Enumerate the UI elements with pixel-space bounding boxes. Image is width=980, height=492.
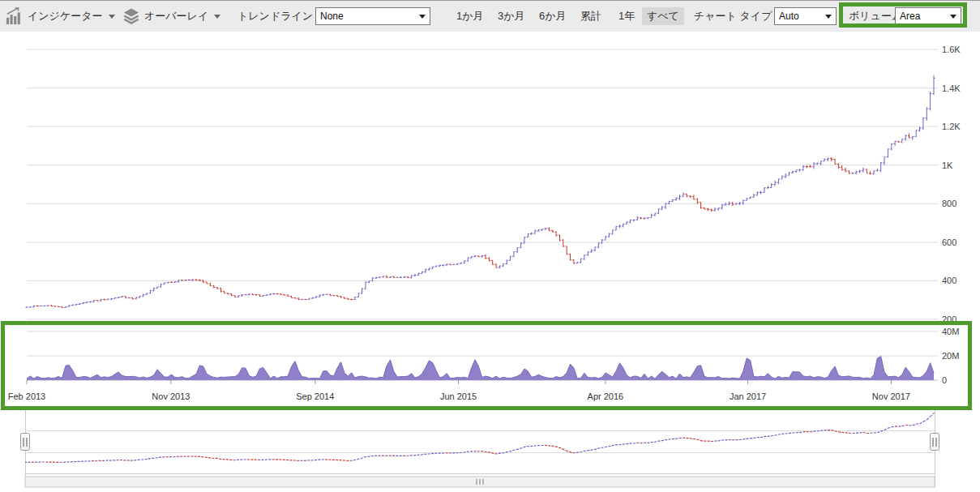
svg-text:1K: 1K	[942, 160, 953, 170]
range-navigator[interactable]	[21, 409, 939, 487]
chart-type-select[interactable]: Auto	[774, 7, 837, 25]
chart-canvas: 1.6K1.4K1.2K1K800600400200 40M20M0 Feb 2…	[0, 1, 980, 492]
svg-text:Jan 2017: Jan 2017	[730, 391, 766, 401]
svg-text:Nov 2013: Nov 2013	[152, 391, 190, 401]
range-button-all[interactable]: すべて	[642, 7, 684, 25]
chart-type-label: チャート タイプ	[694, 1, 772, 32]
trendline-label: トレンドライン	[238, 1, 313, 32]
range-button-3m[interactable]: 3か月	[493, 7, 530, 25]
svg-text:Apr 2016: Apr 2016	[588, 391, 624, 401]
select-caret-icon	[419, 15, 426, 19]
navigator-right-handle[interactable]	[931, 434, 939, 451]
svg-text:0: 0	[942, 375, 947, 385]
price-series	[25, 75, 935, 308]
horizontal-scrollbar[interactable]	[25, 477, 935, 487]
chart-type-select-value: Auto	[779, 11, 799, 22]
range-button-1y[interactable]: 1年	[614, 7, 640, 25]
svg-text:600: 600	[942, 237, 956, 247]
select-caret-icon	[950, 15, 956, 19]
svg-text:Sep 2014: Sep 2014	[296, 391, 334, 401]
chevron-down-icon	[214, 15, 220, 19]
x-axis-labels: Feb 2013Nov 2013Sep 2014Jun 2015Apr 2016…	[8, 391, 910, 401]
indicator-label: インジケーター	[28, 9, 103, 24]
price-grid: 1.6K1.4K1.2K1K800600400200	[27, 45, 961, 324]
range-button-6m[interactable]: 6か月	[534, 7, 571, 25]
layers-icon	[122, 6, 140, 26]
chevron-down-icon	[109, 15, 115, 19]
indicator-button[interactable]: インジケーター	[6, 1, 115, 32]
volume-select-value: Area	[900, 11, 920, 22]
svg-text:20M: 20M	[942, 351, 959, 361]
navigator-left-handle[interactable]	[21, 434, 30, 451]
overlay-button[interactable]: オーバーレイ	[122, 1, 220, 32]
overlay-label: オーバーレイ	[144, 9, 208, 24]
svg-text:200: 200	[942, 314, 956, 324]
svg-text:1.6K: 1.6K	[942, 45, 961, 54]
svg-text:Feb 2013: Feb 2013	[8, 391, 45, 401]
svg-text:40M: 40M	[942, 327, 959, 336]
stock-chart-app: 1.6K1.4K1.2K1K800600400200 40M20M0 Feb 2…	[0, 0, 980, 492]
svg-text:Nov 2017: Nov 2017	[872, 391, 910, 401]
svg-text:1.2K: 1.2K	[942, 122, 961, 131]
volume-select[interactable]: Area	[895, 7, 961, 25]
trendline-select-value: None	[320, 11, 344, 22]
svg-text:800: 800	[942, 199, 956, 208]
volume-pane: 40M20M0	[27, 327, 959, 385]
bar-chart-icon	[6, 6, 24, 26]
range-button-ytd[interactable]: 累計	[576, 7, 606, 25]
toolbar: インジケーター オーバーレイ トレンドライン None 1か月3か月6か月累計1…	[0, 1, 980, 32]
select-caret-icon	[825, 15, 832, 19]
range-button-1m[interactable]: 1か月	[451, 7, 489, 25]
svg-text:400: 400	[942, 276, 956, 285]
svg-text:Jun 2015: Jun 2015	[440, 391, 477, 401]
svg-text:1.4K: 1.4K	[942, 83, 961, 93]
trendline-select[interactable]: None	[315, 7, 430, 25]
